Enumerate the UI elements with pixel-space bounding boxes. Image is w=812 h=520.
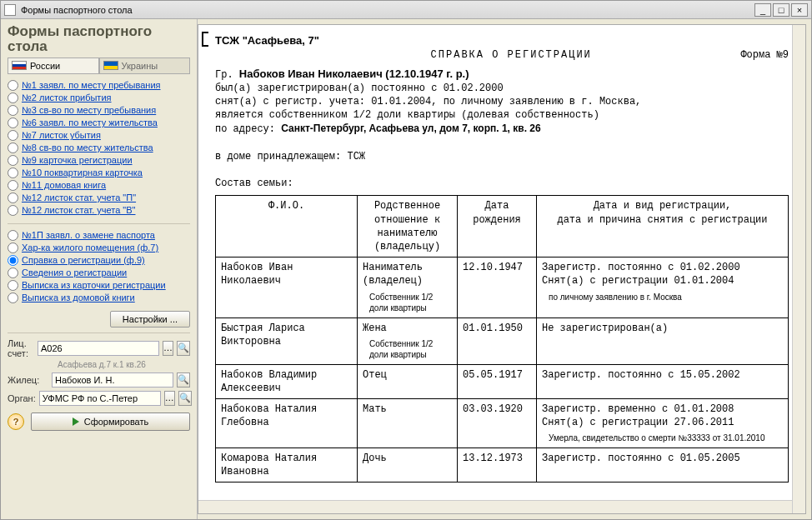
family-table: Ф.И.О. Родственное отношение к нанимател… <box>215 195 789 482</box>
form-radio[interactable] <box>8 130 18 141</box>
form-option[interactable]: №12 листок стат. учета "В" <box>8 204 190 217</box>
form-radio[interactable] <box>8 118 18 128</box>
form-radio[interactable] <box>8 105 18 116</box>
form-option[interactable]: №8 св-во по месту жительства <box>8 142 190 154</box>
form-radio[interactable] <box>8 292 18 303</box>
cell-fio: Набокова Наталия Глебовна <box>216 399 358 448</box>
play-icon <box>73 418 79 426</box>
cell-fio: Комарова Наталия Ивановна <box>216 448 358 482</box>
generate-button-label: Сформировать <box>84 417 149 427</box>
form-radio[interactable] <box>8 92 18 103</box>
tab-russia[interactable]: России <box>8 58 99 73</box>
form-option[interactable]: №12 листок стат. учета "П" <box>8 192 190 204</box>
form-link[interactable]: №9 карточка регистрации <box>22 155 133 165</box>
form-option[interactable]: №2 листок прибытия <box>8 92 190 104</box>
form-radio[interactable] <box>8 268 18 278</box>
form-radio[interactable] <box>8 192 18 203</box>
table-row: Комарова Наталия ИвановнаДочь13.12.1973З… <box>216 448 789 482</box>
settings-button[interactable]: Настройки ... <box>110 311 190 328</box>
form-option[interactable]: Справка о регистрации (ф.9) <box>8 254 190 267</box>
cell-relation: ЖенаСобственник 1/2 доли квартиры <box>358 318 458 364</box>
form-radio[interactable] <box>8 142 18 153</box>
form-link[interactable]: №10 поквартирная карточка <box>22 168 143 178</box>
tab-ukraine-label: Украины <box>122 61 158 71</box>
form-link[interactable]: №12 листок стат. учета "В" <box>22 205 136 215</box>
form-link[interactable]: №7 листок убытия <box>22 130 101 140</box>
form-option[interactable]: №1П заявл. о замене паспорта <box>8 229 190 242</box>
cell-fio: Набоков Иван Николаевич <box>216 258 358 318</box>
account-label: Лиц. счет: <box>8 338 34 358</box>
account-browse-button[interactable]: … <box>163 341 173 356</box>
form-option[interactable]: Выписка из карточки регистрации <box>8 279 190 292</box>
org-name: ТСЖ "Асафьева, 7" <box>215 33 789 48</box>
vertical-scrollbar[interactable] <box>792 25 805 513</box>
form-option[interactable]: Сведения о регистрации <box>8 267 190 279</box>
tab-ukraine[interactable]: Украины <box>99 58 191 73</box>
form-option[interactable]: №9 карточка регистрации <box>8 154 190 167</box>
form-link[interactable]: №2 листок прибытия <box>22 92 112 102</box>
form-radio[interactable] <box>8 180 18 191</box>
person-prefix: Гр. <box>215 69 233 81</box>
form-option[interactable]: №1 заявл. по месту пребывания <box>8 79 190 92</box>
close-button[interactable]: × <box>791 3 808 17</box>
help-icon[interactable]: ? <box>8 413 24 430</box>
form-link[interactable]: №1 заявл. по месту пребывания <box>22 80 161 90</box>
cell-reg-sub: Умерла, свидетельство о смерти №33333 от… <box>542 432 783 444</box>
organ-browse-button[interactable]: … <box>164 391 175 406</box>
sidebar-heading: Формы паспортного стола <box>8 24 190 54</box>
flag-ukraine-icon <box>103 61 118 70</box>
form-radio[interactable] <box>8 205 18 216</box>
cell-fio: Быстрая Лариса Викторовна <box>216 318 358 364</box>
addr-text: Санкт-Петербург, Асафьева ул, дом 7, кор… <box>281 122 540 134</box>
generate-button[interactable]: Сформировать <box>31 412 190 431</box>
form-option[interactable]: №3 св-во по месту пребывания <box>8 104 190 117</box>
form-link[interactable]: Сведения о регистрации <box>22 268 127 278</box>
minimize-button[interactable]: _ <box>754 3 771 17</box>
tenant-search-button[interactable]: 🔍 <box>177 372 190 388</box>
organ-search-button[interactable]: 🔍 <box>178 391 192 406</box>
form-option[interactable]: №7 листок убытия <box>8 129 190 142</box>
form-link[interactable]: №6 заявл. по месту жительства <box>22 118 158 128</box>
form-radio[interactable] <box>8 80 18 91</box>
form-radio[interactable] <box>8 230 18 241</box>
form-radio[interactable] <box>8 255 18 266</box>
organ-label: Орган: <box>8 393 36 403</box>
cell-relation: Дочь <box>358 448 458 482</box>
account-search-button[interactable]: 🔍 <box>177 341 190 356</box>
form-link[interactable]: Выписка из карточки регистрации <box>22 280 166 290</box>
horizontal-scrollbar[interactable] <box>198 500 792 513</box>
form-radio[interactable] <box>8 168 18 178</box>
form-radio[interactable] <box>8 280 18 291</box>
form-link[interactable]: Хар-ка жилого помещения (ф.7) <box>22 242 158 252</box>
form-radio[interactable] <box>8 155 18 166</box>
bracket-icon <box>202 32 208 47</box>
maximize-button[interactable]: □ <box>773 3 789 17</box>
form-radio[interactable] <box>8 242 18 253</box>
tenant-input[interactable] <box>52 372 173 388</box>
cell-dob: 01.01.1950 <box>458 318 537 364</box>
form-option[interactable]: Выписка из домовой книги <box>8 292 190 304</box>
form-link[interactable]: №8 св-во по месту жительства <box>22 142 153 152</box>
form-link[interactable]: №3 св-во по месту пребывания <box>22 105 156 115</box>
th-dob: Дата рождения <box>458 196 537 258</box>
form-option[interactable]: №11 домовая книга <box>8 179 190 192</box>
form-option[interactable]: Хар-ка жилого помещения (ф.7) <box>8 242 190 254</box>
organ-input[interactable] <box>39 391 161 406</box>
form-option[interactable]: №6 заявл. по месту жительства <box>8 117 190 129</box>
form-option[interactable]: №10 поквартирная карточка <box>8 167 190 179</box>
form-link[interactable]: №12 листок стат. учета "П" <box>22 192 136 202</box>
doc-title: СПРАВКА О РЕГИСТРАЦИИ <box>282 48 740 62</box>
tenant-label: Жилец: <box>8 375 48 385</box>
form-link[interactable]: Справка о регистрации (ф.9) <box>22 255 145 265</box>
family-caption: Состав семьи: <box>215 177 789 190</box>
form-link[interactable]: Выписка из домовой книги <box>22 292 135 302</box>
form-link[interactable]: №11 домовая книга <box>22 180 106 190</box>
settings-button-label: Настройки ... <box>123 314 178 324</box>
house-line: в доме принадлежащем: ТСЖ <box>215 150 789 163</box>
cell-dob: 03.03.1920 <box>458 399 537 448</box>
account-input[interactable] <box>38 341 159 356</box>
form-link[interactable]: №1П заявл. о замене паспорта <box>22 230 155 240</box>
th-relation: Родственное отношение к нанимателю (влад… <box>358 196 458 258</box>
reg-line-2: снят(а) с регистр. учета: 01.01.2004, по… <box>215 95 789 108</box>
cell-reg: Не зарегистрирован(а) <box>537 318 789 364</box>
